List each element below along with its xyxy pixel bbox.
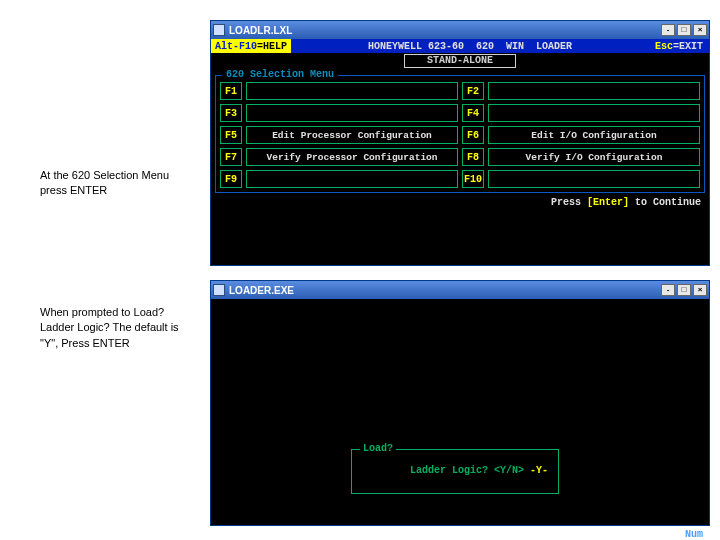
selection-menu-title: 620 Selection Menu [222, 69, 338, 80]
numlock-indicator: Num [685, 529, 703, 540]
fkey-f1[interactable]: F1 [220, 82, 242, 100]
title-loader: LOADER.EXE [229, 285, 661, 296]
title-loadlr: LOADLR.LXL [229, 25, 661, 36]
minimize-button[interactable]: - [661, 284, 675, 296]
window-loadlr: LOADLR.LXL - □ × Alt-F10=HELP HONEYWELL … [210, 20, 710, 266]
fkey-f2[interactable]: F2 [462, 82, 484, 100]
fval-f10 [488, 170, 700, 188]
help-hint: Alt-F10=HELP [211, 39, 291, 53]
fkey-f7[interactable]: F7 [220, 148, 242, 166]
fval-f1 [246, 82, 458, 100]
fval-f5: Edit Processor Configuration [246, 126, 458, 144]
close-button[interactable]: × [693, 24, 707, 36]
app-icon [213, 24, 225, 36]
ladder-logic-prompt[interactable]: Ladder Logic? <Y/N> -Y- [362, 454, 548, 487]
mode-standalone: STAND-ALONE [404, 54, 516, 68]
fval-f8: Verify I/O Configuration [488, 148, 700, 166]
fkey-f8[interactable]: F8 [462, 148, 484, 166]
fkey-f3[interactable]: F3 [220, 104, 242, 122]
header-title: HONEYWELL 623-60 620 WIN LOADER [291, 39, 649, 53]
dos-screen-2: Load? Ladder Logic? <Y/N> -Y- Num [211, 299, 709, 540]
maximize-button[interactable]: □ [677, 284, 691, 296]
exit-hint: Esc=EXIT [649, 39, 709, 53]
fval-f7: Verify Processor Configuration [246, 148, 458, 166]
fval-f4 [488, 104, 700, 122]
titlebar-loadlr[interactable]: LOADLR.LXL - □ × [211, 21, 709, 39]
selection-menu-frame: 620 Selection Menu F1 F2 F3 F4 F5 Edit P… [215, 75, 705, 193]
dos-screen-1: Alt-F10=HELP HONEYWELL 623-60 620 WIN LO… [211, 39, 709, 265]
load-prompt-box: Load? Ladder Logic? <Y/N> -Y- [351, 449, 559, 494]
fkey-f4[interactable]: F4 [462, 104, 484, 122]
fkey-f9[interactable]: F9 [220, 170, 242, 188]
fval-f2 [488, 82, 700, 100]
window-loader: LOADER.EXE - □ × Load? Ladder Logic? <Y/… [210, 280, 710, 526]
minimize-button[interactable]: - [661, 24, 675, 36]
app-icon [213, 284, 225, 296]
fkey-f6[interactable]: F6 [462, 126, 484, 144]
fkey-f10[interactable]: F10 [462, 170, 484, 188]
press-enter-continue: Press [Enter] to Continue [211, 193, 709, 208]
fval-f9 [246, 170, 458, 188]
load-prompt-title: Load? [360, 443, 396, 454]
fkey-f5[interactable]: F5 [220, 126, 242, 144]
maximize-button[interactable]: □ [677, 24, 691, 36]
fval-f6: Edit I/O Configuration [488, 126, 700, 144]
close-button[interactable]: × [693, 284, 707, 296]
caption-load-prompt: When prompted to Load? Ladder Logic? The… [40, 305, 180, 351]
caption-620-selection: At the 620 Selection Menu press ENTER [40, 168, 180, 199]
fval-f3 [246, 104, 458, 122]
titlebar-loader[interactable]: LOADER.EXE - □ × [211, 281, 709, 299]
